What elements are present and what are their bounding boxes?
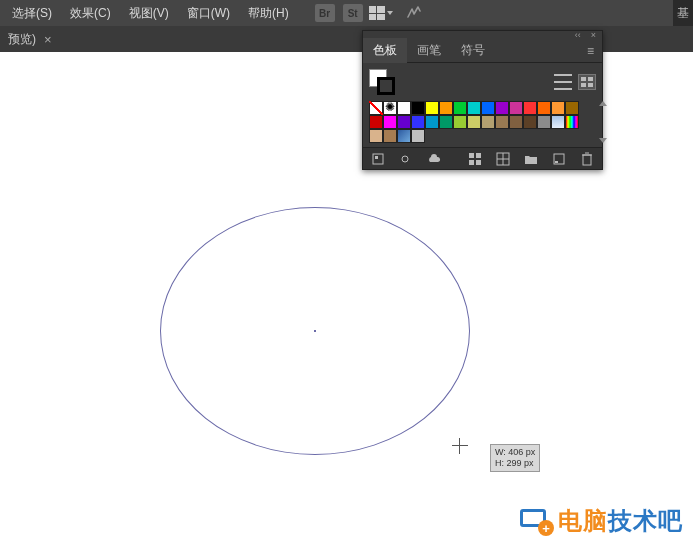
swatch[interactable] bbox=[369, 115, 383, 129]
svg-rect-1 bbox=[375, 156, 378, 159]
search-button[interactable] bbox=[399, 5, 429, 21]
cloud-icon bbox=[426, 153, 442, 165]
swatch[interactable] bbox=[467, 101, 481, 115]
fill-stroke-indicator[interactable] bbox=[369, 69, 395, 95]
swatch[interactable] bbox=[411, 101, 425, 115]
swatch-libraries-button[interactable] bbox=[367, 150, 389, 168]
library-icon bbox=[371, 152, 385, 166]
swatch[interactable] bbox=[411, 129, 425, 143]
chevron-down-icon bbox=[387, 11, 393, 15]
swatch[interactable] bbox=[509, 115, 523, 129]
svg-rect-2 bbox=[469, 153, 474, 158]
dimension-tooltip: W: 406 px H: 299 px bbox=[490, 444, 540, 472]
swatch-grid bbox=[369, 101, 596, 143]
swatch[interactable] bbox=[397, 115, 411, 129]
folder-icon bbox=[524, 153, 538, 165]
new-color-group-button[interactable] bbox=[464, 150, 486, 168]
document-tab-label: 预览) bbox=[8, 31, 36, 48]
swatch[interactable] bbox=[565, 101, 579, 115]
swatch[interactable] bbox=[509, 101, 523, 115]
sparkle-icon bbox=[405, 5, 423, 21]
bridge-icon[interactable]: Br bbox=[315, 4, 335, 22]
panel-menu-button[interactable]: ≡ bbox=[579, 44, 602, 58]
tab-brushes[interactable]: 画笔 bbox=[407, 38, 451, 63]
panel-minimize-button[interactable]: ‹‹ bbox=[575, 30, 581, 40]
right-dock-label: 基 bbox=[677, 5, 689, 22]
swatch[interactable] bbox=[439, 101, 453, 115]
grid-icon bbox=[496, 152, 510, 166]
swatch[interactable] bbox=[495, 115, 509, 129]
swatch[interactable] bbox=[551, 115, 565, 129]
link-icon bbox=[399, 152, 413, 166]
swatch[interactable] bbox=[481, 101, 495, 115]
menu-window[interactable]: 窗口(W) bbox=[179, 2, 238, 25]
arrange-documents-dropdown[interactable] bbox=[365, 6, 397, 20]
right-dock[interactable]: 基 bbox=[673, 0, 693, 26]
watermark: + 电脑技术吧 bbox=[518, 505, 683, 537]
swatch[interactable] bbox=[523, 115, 537, 129]
swatch[interactable] bbox=[411, 115, 425, 129]
swatch[interactable] bbox=[383, 129, 397, 143]
list-view-button[interactable] bbox=[554, 74, 572, 90]
menu-effect[interactable]: 效果(C) bbox=[62, 2, 119, 25]
menu-bar: 选择(S) 效果(C) 视图(V) 窗口(W) 帮助(H) Br St bbox=[0, 0, 693, 26]
swatch-options-button[interactable] bbox=[423, 150, 445, 168]
swatch[interactable] bbox=[453, 115, 467, 129]
swatch[interactable] bbox=[495, 101, 509, 115]
swatch[interactable] bbox=[481, 115, 495, 129]
delete-swatch-button[interactable] bbox=[576, 150, 598, 168]
document-tab[interactable]: 预览) × bbox=[0, 27, 60, 52]
trash-icon bbox=[581, 152, 593, 166]
swatch[interactable] bbox=[453, 101, 467, 115]
swatch[interactable] bbox=[537, 115, 551, 129]
dim-width: W: 406 px bbox=[495, 447, 535, 457]
show-kinds-button[interactable] bbox=[395, 150, 417, 168]
svg-rect-10 bbox=[555, 161, 558, 163]
swatch[interactable] bbox=[537, 101, 551, 115]
menu-select[interactable]: 选择(S) bbox=[4, 2, 60, 25]
arrange-icon bbox=[369, 6, 385, 20]
menu-view[interactable]: 视图(V) bbox=[121, 2, 177, 25]
scroll-up-icon[interactable] bbox=[599, 101, 607, 106]
grid-button[interactable] bbox=[492, 150, 514, 168]
stroke-swatch[interactable] bbox=[377, 77, 395, 95]
svg-rect-5 bbox=[476, 160, 481, 165]
folder-button[interactable] bbox=[520, 150, 542, 168]
thumbnail-view-button[interactable] bbox=[578, 74, 596, 90]
tab-swatches[interactable]: 色板 bbox=[363, 38, 407, 63]
dim-height: H: 299 px bbox=[495, 458, 534, 468]
swatch[interactable] bbox=[565, 115, 579, 129]
panel-footer bbox=[363, 147, 602, 169]
panel-body bbox=[363, 63, 602, 147]
swatch[interactable] bbox=[467, 115, 481, 129]
swatch[interactable] bbox=[425, 101, 439, 115]
tab-symbols[interactable]: 符号 bbox=[451, 38, 495, 63]
swatch-scrollbar[interactable] bbox=[598, 101, 608, 143]
watermark-text: 电脑技术吧 bbox=[558, 505, 683, 537]
swatch[interactable] bbox=[383, 115, 397, 129]
stock-icon[interactable]: St bbox=[343, 4, 363, 22]
new-icon bbox=[552, 152, 566, 166]
new-group-icon bbox=[468, 152, 482, 166]
swatch[interactable] bbox=[369, 101, 383, 115]
svg-rect-11 bbox=[583, 155, 591, 165]
swatch[interactable] bbox=[425, 115, 439, 129]
swatches-panel[interactable]: ‹‹ × 色板 画笔 符号 ≡ bbox=[362, 30, 603, 170]
crosshair-cursor-icon bbox=[452, 438, 468, 454]
swatch[interactable] bbox=[551, 101, 565, 115]
swatch[interactable] bbox=[523, 101, 537, 115]
scroll-down-icon[interactable] bbox=[599, 138, 607, 143]
new-swatch-button[interactable] bbox=[548, 150, 570, 168]
watermark-logo-icon: + bbox=[518, 506, 552, 536]
panel-close-button[interactable]: × bbox=[591, 30, 596, 40]
close-tab-button[interactable]: × bbox=[44, 32, 52, 47]
ellipse-center-marker bbox=[314, 330, 316, 332]
swatch[interactable] bbox=[439, 115, 453, 129]
swatch[interactable] bbox=[397, 101, 411, 115]
swatch[interactable] bbox=[369, 129, 383, 143]
fill-stroke-row bbox=[369, 69, 596, 95]
menu-help[interactable]: 帮助(H) bbox=[240, 2, 297, 25]
svg-rect-3 bbox=[476, 153, 481, 158]
swatch[interactable] bbox=[397, 129, 411, 143]
swatch[interactable] bbox=[383, 101, 397, 115]
